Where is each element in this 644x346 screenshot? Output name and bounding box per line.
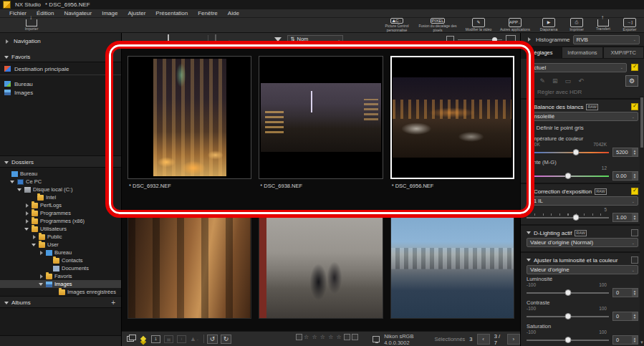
inspector-scrollbar[interactable]: ▼ xyxy=(640,96,644,346)
slideshow-button[interactable]: ▶ Diaporama xyxy=(535,18,562,32)
hdr-checkbox[interactable] xyxy=(527,88,534,95)
preset-dropdown[interactable]: Actuel⌄ xyxy=(527,63,627,72)
tint-value[interactable]: 0.00 ▲▼ xyxy=(612,171,638,181)
thumbnail-row2-1[interactable] xyxy=(128,211,251,319)
menu-navigateur[interactable]: Navigateur xyxy=(59,10,97,16)
exposure-dropdown[interactable]: +1 IL⌄ xyxy=(527,196,638,206)
menu-fichier[interactable]: Fichier xyxy=(4,10,32,16)
thumbnail-row2-3[interactable] xyxy=(390,211,514,319)
favorite-destination-principale[interactable]: Destination principale xyxy=(0,64,121,73)
menu-fenetre[interactable]: Fenêtre xyxy=(193,10,223,16)
transfer-button[interactable]: Transfert xyxy=(591,18,615,32)
exposure-slider[interactable] xyxy=(527,213,609,221)
preset-enabled-checkbox[interactable] xyxy=(631,64,638,71)
rotate-left-button[interactable]: ↺ xyxy=(207,335,218,344)
menu-presentation[interactable]: Présentation xyxy=(150,10,193,16)
stepper-arrows[interactable]: ▲▼ xyxy=(632,213,638,221)
luminosite-value[interactable]: 0▲▼ xyxy=(612,288,638,297)
edit-adjustments-icon[interactable]: ✎ xyxy=(540,77,546,85)
tint-slider[interactable] xyxy=(527,172,609,180)
white-balance-dropdown[interactable]: Ensoleillé⌄ xyxy=(527,112,638,121)
thumbnail-row2-2[interactable] xyxy=(259,211,383,319)
rating-zero-box[interactable] xyxy=(296,334,302,340)
white-balance-checkbox[interactable] xyxy=(631,103,638,110)
tree-item-intel[interactable]: Intel xyxy=(0,193,121,201)
stepper-arrows[interactable]: ▲▼ xyxy=(632,172,638,180)
sort-dropdown[interactable]: ⇅ Nom ⌄ xyxy=(287,35,343,44)
scroll-down-arrow[interactable]: ▼ xyxy=(640,340,644,346)
rotate-right-button[interactable]: ↻ xyxy=(221,335,231,344)
favorite-images[interactable]: Images xyxy=(0,88,121,97)
star-rating[interactable]: ☆ ☆ ☆ ☆ ☆ xyxy=(304,334,342,340)
rating-control[interactable]: ☆ ☆ ☆ ☆ ☆ xyxy=(296,334,358,340)
tree-item-public[interactable]: Public xyxy=(0,233,121,241)
menu-aide[interactable]: Aide xyxy=(223,10,244,16)
brightness-color-checkbox[interactable] xyxy=(631,256,638,264)
crop-icon[interactable]: ▭ xyxy=(565,77,572,85)
sheet-view-icon[interactable] xyxy=(167,35,175,43)
histogram-header[interactable]: Histogramme RVB⌄ xyxy=(521,33,644,47)
thumbnail-small-icon[interactable] xyxy=(446,36,454,43)
stepper-arrows[interactable]: ▲▼ xyxy=(632,148,638,156)
favorites-section-header[interactable]: Favoris xyxy=(0,52,121,62)
thumbnail-size-slider[interactable] xyxy=(458,37,502,42)
tree-item-images-selected[interactable]: Images xyxy=(0,280,121,288)
next-image-button[interactable]: › xyxy=(507,334,520,345)
tree-item-ce-pc[interactable]: Ce PC xyxy=(0,178,121,186)
color-label-box[interactable] xyxy=(352,334,358,340)
navigation-section-header[interactable]: Navigation xyxy=(0,37,121,46)
filter-icon[interactable] xyxy=(274,37,282,42)
tree-item-contacts[interactable]: Contacts xyxy=(0,256,121,264)
add-album-button[interactable]: + xyxy=(111,299,115,307)
other-apps-button[interactable]: APP⌄ Autres applications xyxy=(497,18,533,32)
saturation-slider[interactable] xyxy=(527,336,609,344)
tree-item-images-enregistrees[interactable]: Images enregistrées xyxy=(0,288,121,296)
exposure-value[interactable]: 1.00 ▲▼ xyxy=(612,213,638,222)
temperature-slider[interactable] xyxy=(527,148,609,156)
contraste-slider[interactable] xyxy=(527,312,609,320)
tree-item-user-bureau[interactable]: Bureau xyxy=(0,249,121,256)
copy-adjustments-icon[interactable]: ▣ xyxy=(527,77,533,85)
gray-point-button[interactable]: ▣ Définir le point gris xyxy=(527,122,638,133)
pixel-shift-button[interactable]: PIXEL Fusion du décalage des pixels xyxy=(415,18,460,32)
revert-icon[interactable]: ↶ xyxy=(578,77,584,85)
add-adjustment-icon[interactable]: ⊞ xyxy=(552,77,558,85)
tab-informations[interactable]: Informations xyxy=(562,47,602,59)
tree-item-documents[interactable]: Documents xyxy=(0,264,121,272)
video-edit-button[interactable]: ✎ Modifier la vidéo xyxy=(462,18,495,32)
menu-ajuster[interactable]: Ajuster xyxy=(122,10,150,16)
tree-item-favoris[interactable]: Favoris xyxy=(0,272,121,280)
favorite-bureau[interactable]: Bureau xyxy=(0,80,121,88)
picture-control-button[interactable]: ⛰C⌄ Picture Control personnalisé xyxy=(380,18,413,32)
exposure-checkbox[interactable] xyxy=(631,188,638,195)
tree-item-bureau-desktop[interactable]: Bureau xyxy=(0,170,121,178)
tree-item-user[interactable]: User xyxy=(0,241,121,249)
tree-item-perflogs[interactable]: PerfLogs xyxy=(0,201,121,209)
export-button[interactable]: →] Exporter xyxy=(617,18,642,32)
tab-reglages[interactable]: Réglages xyxy=(521,47,562,59)
channel-dropdown[interactable]: RVB⌄ xyxy=(573,35,640,44)
tree-item-programmes[interactable]: Programmes xyxy=(0,209,121,217)
thumbnail-dsc-6938[interactable]: * DSC_6938.NEF xyxy=(259,56,383,193)
tree-item-utilisateurs[interactable]: Utilisateurs xyxy=(0,225,121,233)
tree-item-programmes-x86[interactable]: Programmes (x86) xyxy=(0,217,121,225)
list-view-icon[interactable] xyxy=(140,35,148,43)
previous-image-button[interactable]: ‹ xyxy=(477,334,490,345)
saturation-value[interactable]: 0▲▼ xyxy=(612,335,638,345)
contraste-value[interactable]: 0▲▼ xyxy=(612,312,638,321)
gear-icon[interactable]: ⚙ xyxy=(625,75,638,87)
thumbnail-dsc-6932[interactable]: * DSC_6932.NEF xyxy=(128,56,251,193)
grid-view-icon[interactable] xyxy=(126,35,134,43)
print-button[interactable]: ⎙ Imprimer xyxy=(564,18,589,32)
thumbnail-large-icon[interactable] xyxy=(506,35,516,44)
multi-view-icon[interactable] xyxy=(181,35,188,43)
menu-edition[interactable]: Édition xyxy=(32,10,59,16)
tab-xmp-iptc[interactable]: XMP/IPTC xyxy=(603,47,644,59)
luminosite-slider[interactable] xyxy=(527,289,609,297)
folders-section-header[interactable]: Dossiers xyxy=(0,158,121,167)
compare-view-icon[interactable] xyxy=(194,35,202,43)
tree-item-disque-local-c[interactable]: Disque local (C:) xyxy=(0,186,121,193)
grid-overlay-icon[interactable]: ▤ xyxy=(164,335,173,343)
scrollbar-thumb[interactable] xyxy=(640,97,643,148)
histogram-overlay-icon[interactable]: ▲⌄ xyxy=(190,335,199,343)
